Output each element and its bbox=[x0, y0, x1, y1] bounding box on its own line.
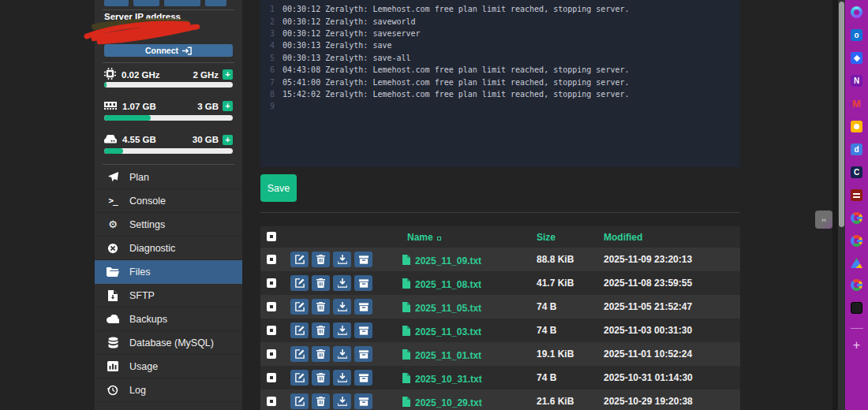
edit-file-button[interactable] bbox=[290, 252, 309, 267]
cpu-limit: 2 GHz bbox=[193, 70, 219, 80]
sidebar-item-database[interactable]: Database (MySQL) bbox=[95, 331, 242, 355]
sidebar-collapse-handle[interactable]: ›‹ bbox=[815, 211, 832, 229]
files-table: Name Size Modified 2025_11_09.txt 88.8 K… bbox=[260, 226, 740, 410]
archive-file-button[interactable] bbox=[354, 370, 372, 386]
download-file-button[interactable] bbox=[333, 252, 351, 267]
console-line: 00:30:13 Zeralyth: save bbox=[282, 41, 391, 50]
sidebar-item-settings[interactable]: ⚙ Settings bbox=[95, 213, 242, 237]
archive-file-button[interactable] bbox=[354, 346, 372, 362]
sidebar-item-sftp[interactable]: SFTP bbox=[95, 284, 242, 308]
edit-file-button[interactable] bbox=[290, 322, 309, 338]
c-bookmark-icon[interactable]: C bbox=[851, 166, 862, 178]
server-control-button-3[interactable] bbox=[164, 0, 200, 6]
delete-file-button[interactable] bbox=[312, 299, 330, 315]
onenote-icon[interactable]: N bbox=[851, 75, 862, 87]
modified-column-header: Modified bbox=[604, 232, 642, 243]
row-checkbox[interactable] bbox=[267, 397, 276, 406]
file-size: 21.6 KiB bbox=[537, 396, 574, 407]
row-checkbox[interactable] bbox=[267, 255, 276, 264]
delete-file-button[interactable] bbox=[312, 370, 330, 386]
file-link[interactable]: 2025_10_29.txt bbox=[415, 397, 482, 408]
edit-file-button[interactable] bbox=[290, 275, 309, 291]
cpu-used: 0.02 GHz bbox=[122, 70, 160, 80]
select-all-checkbox[interactable] bbox=[267, 232, 276, 241]
sidebar-item-log[interactable]: Log bbox=[95, 378, 242, 402]
delete-file-button[interactable] bbox=[312, 393, 330, 409]
photo-icon[interactable] bbox=[851, 302, 862, 314]
add-storage-button[interactable]: + bbox=[223, 135, 233, 145]
add-cpu-button[interactable]: + bbox=[223, 69, 233, 80]
console-log-editor[interactable]: 100:30:12 Zeralyth: Lemehost.com free pl… bbox=[260, 0, 740, 167]
archive-file-button[interactable] bbox=[354, 275, 372, 291]
database-icon bbox=[106, 337, 120, 348]
page-scrollbar[interactable] bbox=[838, 0, 845, 410]
file-link[interactable]: 2025_11_09.txt bbox=[415, 255, 481, 266]
add-memory-button[interactable]: + bbox=[223, 101, 233, 111]
designer-icon[interactable] bbox=[851, 52, 862, 64]
file-link[interactable]: 2025_11_03.txt bbox=[415, 326, 481, 337]
row-checkbox[interactable] bbox=[267, 349, 276, 359]
archive-file-button[interactable] bbox=[354, 393, 372, 409]
delete-file-button[interactable] bbox=[312, 322, 330, 338]
row-checkbox[interactable] bbox=[267, 302, 276, 311]
file-link[interactable]: 2025_11_08.txt bbox=[415, 279, 481, 290]
sidebar-item-diagnostic[interactable]: Diagnostic bbox=[95, 237, 242, 260]
server-control-button-2[interactable] bbox=[133, 0, 159, 6]
google-icon[interactable] bbox=[851, 235, 862, 247]
delete-file-button[interactable] bbox=[312, 275, 330, 291]
copilot-icon[interactable] bbox=[851, 6, 862, 18]
sidebar-item-label: Plan bbox=[129, 172, 149, 183]
download-file-button[interactable] bbox=[333, 346, 351, 362]
sidebar-item-plan[interactable]: Plan bbox=[95, 166, 242, 189]
memory-icon bbox=[104, 101, 117, 111]
console-line: 00:30:13 Zeralyth: save-all bbox=[282, 54, 411, 62]
keep-icon[interactable] bbox=[851, 121, 862, 132]
file-link[interactable]: 2025_11_01.txt bbox=[415, 350, 481, 361]
download-file-button[interactable] bbox=[333, 370, 351, 386]
edit-file-button[interactable] bbox=[290, 299, 309, 315]
sidebar-item-label: Database (MySQL) bbox=[129, 337, 214, 348]
table-row: 2025_11_08.txt 41.7 KiB 2025-11-08 23:59… bbox=[260, 271, 740, 295]
row-checkbox[interactable] bbox=[267, 373, 276, 382]
edit-file-button[interactable] bbox=[290, 346, 309, 362]
download-file-button[interactable] bbox=[333, 275, 351, 291]
name-column-header[interactable]: Name bbox=[407, 232, 441, 243]
archive-file-button[interactable] bbox=[354, 299, 372, 315]
delete-file-button[interactable] bbox=[312, 252, 330, 267]
server-control-button-4[interactable] bbox=[205, 0, 226, 6]
browser-favorites-bar: o N M d C + bbox=[845, 0, 868, 410]
download-file-button[interactable] bbox=[333, 322, 351, 338]
delete-file-button[interactable] bbox=[312, 346, 330, 362]
file-link[interactable]: 2025_11_05.txt bbox=[415, 303, 481, 314]
archive-file-button[interactable] bbox=[354, 322, 372, 338]
row-checkbox[interactable] bbox=[267, 278, 276, 288]
scrollbar-thumb[interactable] bbox=[839, 2, 844, 227]
add-favorite-button[interactable]: + bbox=[853, 340, 860, 351]
server-control-button-1[interactable] bbox=[104, 0, 129, 6]
edit-file-button[interactable] bbox=[290, 370, 309, 386]
sidebar-item-files[interactable]: Files bbox=[95, 260, 242, 284]
storage-icon bbox=[104, 134, 117, 145]
file-size: 88.8 KiB bbox=[537, 254, 574, 265]
line-number: 3 bbox=[260, 29, 275, 38]
save-button[interactable]: Save bbox=[260, 174, 297, 202]
file-size: 74 B bbox=[537, 372, 556, 383]
row-checkbox[interactable] bbox=[267, 326, 276, 335]
edit-file-button[interactable] bbox=[290, 393, 309, 409]
google-icon[interactable] bbox=[851, 279, 862, 291]
sidebar-item-usage[interactable]: Usage bbox=[95, 355, 242, 378]
archive-file-button[interactable] bbox=[354, 252, 372, 267]
line-number: 5 bbox=[260, 54, 275, 62]
drive-icon[interactable] bbox=[851, 258, 862, 268]
gmail-icon[interactable]: M bbox=[851, 98, 862, 110]
bible-icon[interactable] bbox=[851, 189, 862, 201]
outlook-icon[interactable]: o bbox=[851, 29, 862, 41]
storage-progress-bar bbox=[104, 148, 233, 154]
file-link[interactable]: 2025_10_31.txt bbox=[415, 374, 482, 385]
download-file-button[interactable] bbox=[333, 393, 351, 409]
download-file-button[interactable] bbox=[333, 299, 351, 315]
google-icon[interactable] bbox=[851, 212, 862, 224]
sidebar-item-console[interactable]: >_ Console bbox=[95, 189, 242, 213]
sidebar-item-backups[interactable]: Backups bbox=[95, 308, 242, 331]
d-bookmark-icon[interactable]: d bbox=[851, 144, 862, 155]
